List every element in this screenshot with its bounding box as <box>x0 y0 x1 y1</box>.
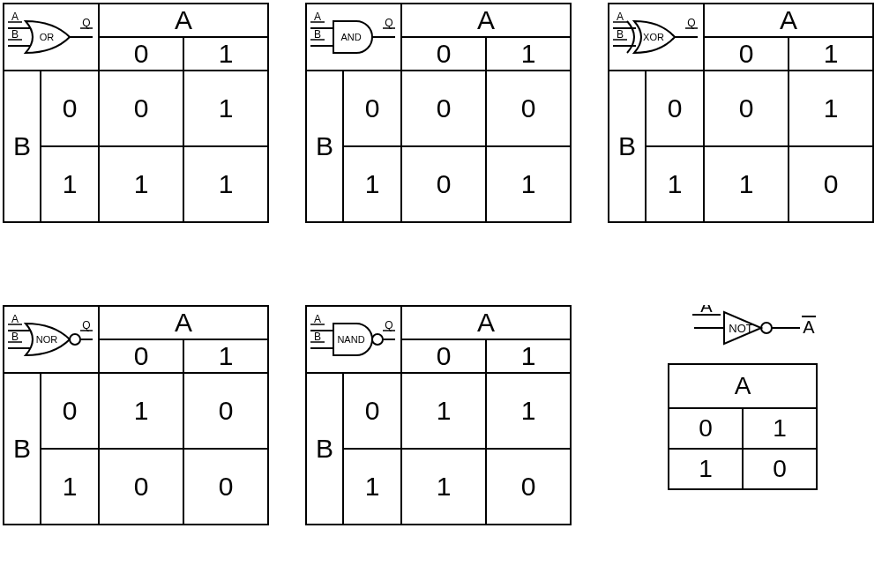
nor-gate-block: A B Q NOR A 0 1 B 0 1 0 1 0 0 <box>3 305 269 525</box>
svg-text:B: B <box>314 28 321 41</box>
header-A: A <box>401 306 571 339</box>
nor-gate-icon-cell: A B Q NOR <box>4 306 99 373</box>
or-out-b1a0: 1 <box>99 146 183 222</box>
svg-text:A: A <box>11 315 19 325</box>
row-B-0: 0 <box>343 71 401 146</box>
col-A-0: 0 <box>704 37 789 71</box>
not-gate-icon: A NOT A <box>648 305 833 351</box>
xor-out-b0a1: 1 <box>789 71 873 146</box>
col-A-1: 1 <box>486 339 571 373</box>
col-A-0: 0 <box>401 37 486 71</box>
xor-gate-block: A B Q XOR A 0 1 B 0 0 1 1 1 0 <box>608 3 874 223</box>
nor-out-b0a1: 0 <box>183 373 268 449</box>
svg-text:B: B <box>11 28 19 41</box>
svg-text:Q: Q <box>385 17 392 29</box>
col-A-0: 0 <box>99 37 183 71</box>
svg-text:OR: OR <box>40 32 55 42</box>
not-col-1: 1 <box>743 408 817 449</box>
col-A-0: 0 <box>401 339 486 373</box>
not-out-a0: 1 <box>669 449 743 489</box>
nand-out-b1a1: 0 <box>486 449 571 525</box>
row-B-1: 1 <box>41 449 99 525</box>
and-gate-icon: A B Q AND <box>307 12 400 62</box>
or-out-b1a1: 1 <box>183 146 268 222</box>
and-out-b1a0: 0 <box>401 146 486 222</box>
or-gate-icon-cell: A B Q OR <box>4 4 99 71</box>
not-truth-table: A 0 1 1 0 <box>668 363 818 490</box>
or-out-b0a1: 1 <box>183 71 268 146</box>
xor-out-b0a0: 0 <box>704 71 789 146</box>
header-A: A <box>99 4 268 37</box>
not-out-a1: 0 <box>743 449 817 489</box>
nand-out-b0a1: 1 <box>486 373 571 449</box>
header-B: B <box>4 373 41 525</box>
header-B: B <box>306 373 343 525</box>
not-output-label: A <box>803 317 815 337</box>
not-table-header-A: A <box>669 364 817 408</box>
svg-text:A: A <box>314 315 321 325</box>
and-gate-block: A B Q AND A 0 1 B 0 0 0 1 0 1 <box>305 3 572 223</box>
svg-point-36 <box>70 334 80 345</box>
svg-text:A: A <box>11 12 19 23</box>
nand-out-b0a0: 1 <box>401 373 486 449</box>
nand-gate-icon: A B Q NAND <box>307 315 400 364</box>
svg-text:B: B <box>314 331 321 343</box>
nor-out-b1a1: 0 <box>183 449 268 525</box>
row-B-1: 1 <box>646 146 704 222</box>
svg-text:Q: Q <box>82 17 90 29</box>
row-B-0: 0 <box>343 373 401 449</box>
col-A-0: 0 <box>99 339 183 373</box>
nand-gate-block: A B Q NAND A 0 1 B 0 1 1 1 1 0 <box>305 305 572 525</box>
nor-out-b1a0: 0 <box>99 449 183 525</box>
not-col-0: 0 <box>669 408 743 449</box>
svg-text:Q: Q <box>687 17 695 29</box>
xor-out-b1a0: 1 <box>704 146 789 222</box>
and-out-b0a0: 0 <box>401 71 486 146</box>
svg-text:B: B <box>11 331 19 343</box>
nand-gate-icon-cell: A B Q NAND <box>306 306 401 373</box>
xor-out-b1a1: 0 <box>789 146 873 222</box>
header-A: A <box>401 4 571 37</box>
header-A: A <box>704 4 873 37</box>
row-B-0: 0 <box>41 373 99 449</box>
nor-gate-icon: A B Q NOR <box>4 315 98 364</box>
xor-gate-icon-cell: A B Q XOR <box>609 4 704 71</box>
row-B-0: 0 <box>646 71 704 146</box>
not-gate-name: NOT <box>729 322 753 335</box>
not-gate-block: A NOT A A 0 1 1 0 <box>648 305 833 490</box>
nor-out-b0a0: 1 <box>99 373 183 449</box>
xor-gate-icon: A B Q XOR <box>609 12 703 62</box>
col-A-1: 1 <box>486 37 571 71</box>
svg-text:Q: Q <box>385 319 392 331</box>
or-gate-icon: A B Q OR <box>4 12 98 62</box>
header-A: A <box>99 306 268 339</box>
col-A-1: 1 <box>183 37 268 71</box>
svg-text:NOR: NOR <box>36 334 58 345</box>
or-gate-block: A B Q OR A 0 1 B 0 0 1 1 1 1 <box>3 3 269 223</box>
svg-text:NAND: NAND <box>337 334 364 345</box>
or-out-b0a0: 0 <box>99 71 183 146</box>
logic-gates-grid: A B Q OR A 0 1 B 0 0 1 1 1 1 <box>0 0 882 588</box>
and-out-b1a1: 1 <box>486 146 571 222</box>
svg-point-47 <box>372 334 383 345</box>
and-out-b0a1: 0 <box>486 71 571 146</box>
svg-text:A: A <box>314 12 321 23</box>
nand-out-b1a0: 1 <box>401 449 486 525</box>
col-A-1: 1 <box>789 37 873 71</box>
svg-text:B: B <box>617 28 624 41</box>
not-input-label: A <box>700 305 713 316</box>
svg-text:A: A <box>617 12 624 23</box>
svg-text:XOR: XOR <box>643 32 664 42</box>
header-B: B <box>4 71 41 222</box>
row-B-1: 1 <box>41 146 99 222</box>
col-A-1: 1 <box>183 339 268 373</box>
header-B: B <box>609 71 646 222</box>
svg-text:AND: AND <box>340 32 361 42</box>
row-B-1: 1 <box>343 449 401 525</box>
header-B: B <box>306 71 343 222</box>
svg-text:Q: Q <box>82 319 90 331</box>
and-gate-icon-cell: A B Q AND <box>306 4 401 71</box>
row-B-0: 0 <box>41 71 99 146</box>
row-B-1: 1 <box>343 146 401 222</box>
